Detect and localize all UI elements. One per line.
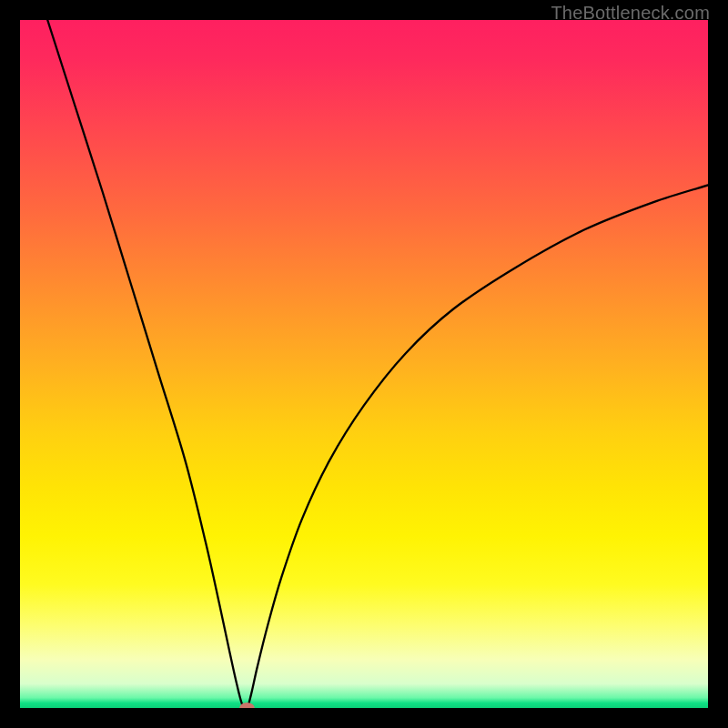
curve-svg <box>20 20 708 708</box>
plot-area <box>20 20 708 708</box>
bottleneck-curve <box>47 20 708 708</box>
chart-frame: TheBottleneck.com <box>0 0 728 728</box>
minimum-marker <box>239 703 255 708</box>
